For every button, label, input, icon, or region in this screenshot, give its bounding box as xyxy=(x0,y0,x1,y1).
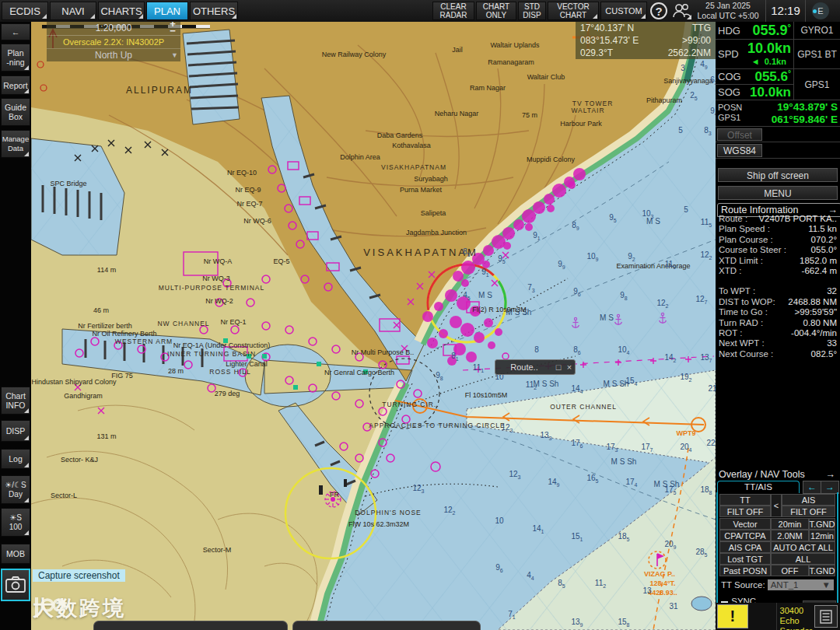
route-field: Plan Speed :11.5 kn xyxy=(719,224,837,234)
chart-symbol xyxy=(522,209,536,223)
ttg-label: TTG xyxy=(692,22,711,34)
vector-chart-button[interactable]: VECTOR CHART xyxy=(548,2,599,20)
chart-symbol xyxy=(533,201,545,214)
scale-control: 1:20,000 + − Overscale 2.2X: IN43002P No… xyxy=(47,22,180,61)
chart-info-button[interactable]: ChartINFO xyxy=(1,387,30,415)
tt-ais-cell[interactable]: 12min xyxy=(809,530,835,541)
tt-ais-cell[interactable]: AUTO ACT ALL xyxy=(771,541,835,553)
users-icon[interactable] xyxy=(670,2,692,20)
mob-button[interactable]: MOB xyxy=(1,544,30,564)
timezone-text: Local UTC +5:00 xyxy=(695,11,761,21)
guide-box-button[interactable]: GuideBox xyxy=(1,98,30,126)
log-button[interactable]: Log xyxy=(1,449,30,469)
datum-row: WGS84 xyxy=(716,142,840,159)
day-night-button[interactable]: ☀/☾S Day xyxy=(1,475,30,504)
route-information-fields: Route :V2407B PORT KA..Plan Speed :11.5 … xyxy=(719,214,837,359)
tt-ais-cell[interactable]: ALL xyxy=(771,553,835,565)
tab-plan[interactable]: PLAN xyxy=(146,2,188,20)
ais-header[interactable]: AIS xyxy=(782,494,835,506)
tt-ais-settings: Vector20minT.GNDCPA/TCPA2.0NM12minAIS CP… xyxy=(719,518,835,576)
chart-symbol xyxy=(453,343,466,355)
offset-button[interactable]: Offset xyxy=(717,128,762,141)
tt-source-select[interactable]: ANT_1▼ xyxy=(768,579,834,590)
chart-symbol xyxy=(466,352,477,362)
minimize-icon[interactable]: □ xyxy=(553,362,564,372)
route-popup[interactable]: Route.. □ × xyxy=(495,359,576,375)
alert-message[interactable]: 30400Echo Sounder .. xyxy=(777,603,813,630)
tab-ecdis[interactable]: ECDIS xyxy=(2,2,48,20)
chart-symbol xyxy=(482,261,490,268)
chart-symbol xyxy=(460,323,474,337)
chart-symbol xyxy=(434,302,443,311)
scale-value: 1:20,000 + − xyxy=(47,22,180,36)
bottom-sheet xyxy=(292,621,481,630)
tt-header[interactable]: TT xyxy=(719,494,771,506)
hdg-readout: HDG 055.9° xyxy=(716,22,793,40)
chart-symbol xyxy=(363,369,368,374)
chart-area[interactable]: New Railway ColonyJailWaltair UplandsRam… xyxy=(31,22,716,630)
tt-ais-cell[interactable]: T.GND xyxy=(809,518,835,530)
ecdis-app: ECDIS NAVI CHARTS PLAN OTHERS CLEAR RADA… xyxy=(0,0,840,630)
clear-radar-button[interactable]: CLEAR RADAR xyxy=(432,2,474,20)
tab-navi[interactable]: NAVI xyxy=(50,2,96,20)
ais-filter-button[interactable]: FILT OFF xyxy=(782,506,835,517)
brightness-button[interactable]: ☀S 100 xyxy=(1,508,30,537)
overlay-nav-tools-header[interactable]: Overlay / NAV Tools→ xyxy=(719,469,835,480)
tt-ais-cell[interactable]: Past POSN xyxy=(719,565,771,576)
chart-symbol xyxy=(488,341,495,349)
zoom-out-button[interactable]: − xyxy=(166,28,179,35)
capture-screenshot-tooltip: Capture screenshot xyxy=(33,569,125,582)
chart-symbol xyxy=(525,223,533,231)
tt-ais-cell[interactable]: 2.0NM xyxy=(771,530,809,541)
tt-ais-cell[interactable]: Lost TGT xyxy=(719,553,771,565)
planning-button[interactable]: Plan-ning xyxy=(1,44,30,72)
back-button[interactable]: ← xyxy=(1,23,30,40)
close-icon[interactable]: × xyxy=(564,362,575,372)
tt-ais-cell[interactable]: 20min xyxy=(771,518,809,530)
cursor-distance: 2562.2NM xyxy=(668,47,711,59)
user-avatar[interactable]: E xyxy=(812,2,829,19)
tt-ais-cell[interactable]: OFF xyxy=(771,565,809,576)
sun-icon: ☀ xyxy=(9,513,16,522)
custom-button[interactable]: CUSTOM xyxy=(600,2,647,20)
chart-symbol xyxy=(483,245,494,256)
alert-list-button[interactable] xyxy=(814,605,838,628)
users-icon-glyph xyxy=(670,2,692,20)
tt-ais-link[interactable]: < xyxy=(771,494,782,517)
chart-only-button[interactable]: CHART ONLY xyxy=(476,2,516,20)
tt-ais-cell[interactable]: AIS CPA xyxy=(719,541,771,553)
chart-symbol xyxy=(513,219,524,230)
wgs84-button[interactable]: WGS84 xyxy=(717,144,762,157)
tt-ais-tab[interactable]: TT/AIS xyxy=(717,481,800,493)
chart-symbol xyxy=(495,328,502,336)
menu-button[interactable]: MENU xyxy=(718,186,838,200)
posn-readout: POSNGPS1 19°43.879' S061°59.846' E xyxy=(716,100,840,127)
alarm-button[interactable]: ! xyxy=(717,604,748,628)
chart-symbol xyxy=(461,261,475,275)
right-panel: HDG 055.9° GYRO1 SPD 10.0kn ◄ 0.1kn GPS1… xyxy=(716,22,840,630)
disp-button[interactable]: DISP xyxy=(1,420,30,442)
manage-data-button[interactable]: ManageData xyxy=(1,130,30,158)
tab-others[interactable]: OTHERS xyxy=(190,2,238,20)
nautical-chart xyxy=(31,22,716,630)
route-field: Route :V2407B PORT KA.. xyxy=(719,214,837,224)
ship-off-screen-button[interactable]: Ship off screen xyxy=(718,168,838,182)
arrow-right-icon: → xyxy=(826,469,836,480)
day-night-icon: ☀/☾ xyxy=(5,481,21,489)
report-button[interactable]: Report xyxy=(1,75,30,95)
std-disp-button[interactable]: STD DISP xyxy=(518,2,546,20)
route-popup-label: Route.. xyxy=(495,362,553,372)
route-field: DIST to WOP:2468.88 NM xyxy=(719,297,837,307)
tt-ais-cell[interactable]: Vector xyxy=(719,518,771,530)
route-field: Time to Go :>99:59'59" xyxy=(719,307,837,317)
tt-ais-cell[interactable]: T.GND xyxy=(809,565,835,576)
cursor-lat: 17°40.137' N xyxy=(580,22,634,34)
help-icon[interactable]: ? xyxy=(650,2,667,19)
orientation-selector[interactable]: North Up ▼ xyxy=(47,48,180,61)
tt-filter-button[interactable]: FILT OFF xyxy=(719,506,771,517)
watermark: 大数跨境 xyxy=(33,594,126,622)
tab-charts[interactable]: CHARTS xyxy=(98,2,145,20)
tt-ais-cell[interactable]: CPA/TCPA xyxy=(719,530,771,541)
capture-screenshot-button[interactable] xyxy=(1,569,30,601)
spd-source: GPS1 BT xyxy=(793,40,840,69)
